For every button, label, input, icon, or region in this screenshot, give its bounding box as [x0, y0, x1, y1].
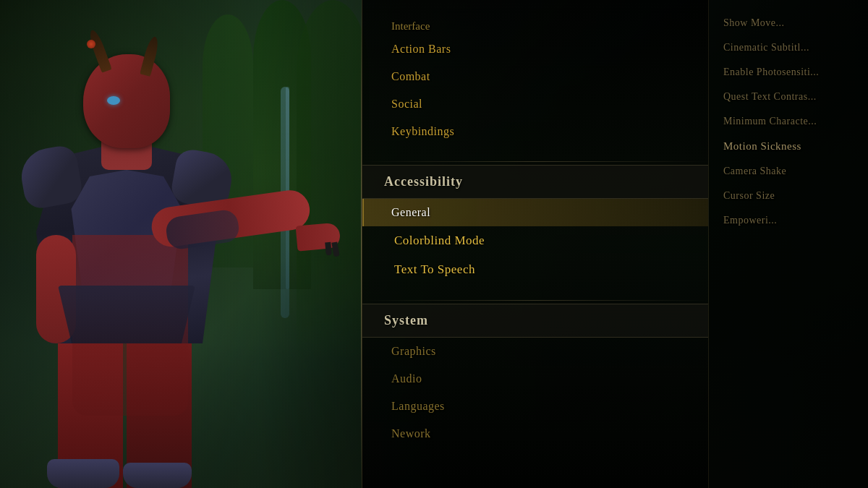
char-claw-2 [325, 242, 332, 256]
menu-item-keybindings[interactable]: Keybindings [362, 118, 708, 145]
right-item-camera-shake[interactable]: Camera Shake [709, 159, 868, 184]
char-foot-right [123, 463, 192, 488]
right-item-photosensitivity[interactable]: Enable Photosensiti... [709, 60, 868, 85]
interface-top-item[interactable]: Interface [362, 14, 708, 35]
min-character-label: Minimum Characte... [723, 116, 817, 127]
menu-panel: Interface Action Bars Combat Social Keyb… [362, 0, 709, 488]
system-label: System [384, 313, 428, 328]
right-item-min-character[interactable]: Minimum Characte... [709, 109, 868, 134]
system-section-header: System [362, 304, 708, 338]
cinematic-label: Cinematic Subtitl... [723, 42, 809, 53]
keybindings-label: Keybindings [391, 125, 454, 137]
char-belt [58, 286, 195, 343]
menu-item-social[interactable]: Social [362, 90, 708, 118]
social-label: Social [391, 98, 422, 110]
general-label: General [391, 206, 430, 218]
languages-label: Languages [391, 400, 445, 412]
char-foot-left [47, 459, 119, 488]
right-panel: Show Move... Cinematic Subtitl... Enable… [709, 0, 868, 488]
right-item-motion-sickness[interactable]: Motion Sickness [709, 134, 868, 159]
menu-item-graphics[interactable]: Graphics [362, 338, 708, 365]
char-claw-1 [331, 241, 339, 257]
char-head [83, 54, 170, 148]
menu-item-general[interactable]: General [362, 199, 708, 226]
right-item-cursor-size[interactable]: Cursor Size [709, 184, 868, 208]
right-item-cinematic[interactable]: Cinematic Subtitl... [709, 35, 868, 60]
network-label: Nework [391, 427, 431, 440]
accessibility-label: Accessibility [384, 174, 463, 189]
divider-1 [362, 161, 708, 162]
menu-item-action-bars[interactable]: Action Bars [362, 35, 708, 63]
divider-2 [362, 300, 708, 301]
motion-sickness-label: Motion Sickness [723, 140, 801, 152]
right-item-empowering[interactable]: Empoweri... [709, 208, 868, 233]
colorblind-label: Colorblind Mode [394, 234, 485, 247]
empowering-label: Empoweri... [723, 215, 777, 226]
right-item-quest-contrast[interactable]: Quest Text Contras... [709, 85, 868, 109]
camera-shake-label: Camera Shake [723, 166, 786, 176]
menu-item-colorblind[interactable]: Colorblind Mode [362, 226, 708, 255]
menu-item-text-to-speech[interactable]: Text To Speech [362, 255, 708, 284]
right-item-show-movement[interactable]: Show Move... [709, 11, 868, 35]
menu-item-combat[interactable]: Combat [362, 63, 708, 90]
char-horn-left [87, 28, 112, 73]
menu-item-audio[interactable]: Audio [362, 365, 708, 393]
char-shoulder-left [17, 144, 85, 211]
quest-contrast-label: Quest Text Contras... [723, 91, 817, 102]
show-movement-label: Show Move... [723, 17, 785, 28]
audio-label: Audio [391, 372, 422, 385]
graphics-label: Graphics [391, 345, 436, 357]
text-to-speech-label: Text To Speech [394, 262, 475, 276]
character-area [0, 0, 362, 488]
char-horn-gem [87, 40, 95, 48]
char-eye [107, 96, 120, 105]
menu-item-network[interactable]: Nework [362, 420, 708, 448]
action-bars-label: Action Bars [391, 43, 451, 55]
interface-label: Interface [391, 20, 430, 32]
accessibility-section-header: Accessibility [362, 165, 708, 199]
cursor-size-label: Cursor Size [723, 190, 775, 201]
menu-item-languages[interactable]: Languages [362, 393, 708, 420]
combat-label: Combat [391, 70, 430, 82]
photosensitivity-label: Enable Photosensiti... [723, 67, 819, 77]
